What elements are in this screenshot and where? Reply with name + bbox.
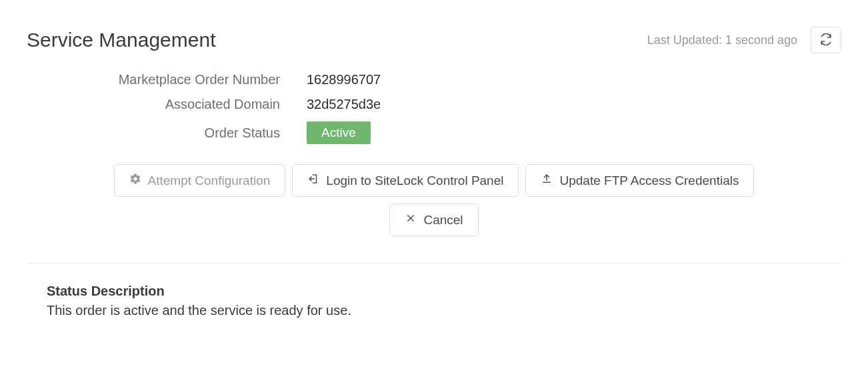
attempt-configuration-label: Attempt Configuration (148, 173, 271, 188)
login-icon (307, 173, 319, 188)
update-ftp-button[interactable]: Update FTP Access Credentials (525, 164, 754, 197)
status-label: Order Status (53, 125, 307, 141)
login-sitelock-button[interactable]: Login to SiteLock Control Panel (292, 164, 519, 197)
status-description-title: Status Description (47, 284, 841, 299)
detail-row-domain: Associated Domain 32d5275d3e (53, 97, 841, 112)
order-number-label: Marketplace Order Number (53, 72, 307, 87)
gear-icon (129, 173, 141, 188)
order-number-value: 1628996707 (307, 72, 381, 87)
upload-icon (541, 173, 553, 188)
cancel-button[interactable]: Cancel (389, 204, 478, 236)
attempt-configuration-button[interactable]: Attempt Configuration (114, 164, 286, 197)
last-updated-text: Last Updated: 1 second ago (647, 33, 797, 47)
domain-value: 32d5275d3e (307, 97, 381, 112)
cancel-label: Cancel (423, 213, 463, 228)
divider (27, 263, 841, 264)
login-sitelock-label: Login to SiteLock Control Panel (326, 173, 503, 188)
status-description-text: This order is active and the service is … (47, 303, 841, 318)
close-icon (405, 212, 417, 228)
page-title: Service Management (27, 29, 215, 51)
detail-row-order-number: Marketplace Order Number 1628996707 (53, 72, 841, 87)
update-ftp-label: Update FTP Access Credentials (559, 173, 739, 188)
detail-row-status: Order Status Active (53, 121, 841, 144)
status-description-block: Status Description This order is active … (27, 284, 841, 318)
action-button-row: Attempt Configuration Login to SiteLock … (27, 164, 841, 236)
refresh-icon (820, 33, 832, 47)
refresh-button[interactable] (811, 27, 841, 53)
status-badge: Active (307, 121, 371, 144)
details-section: Marketplace Order Number 1628996707 Asso… (53, 72, 841, 144)
domain-label: Associated Domain (53, 97, 307, 112)
